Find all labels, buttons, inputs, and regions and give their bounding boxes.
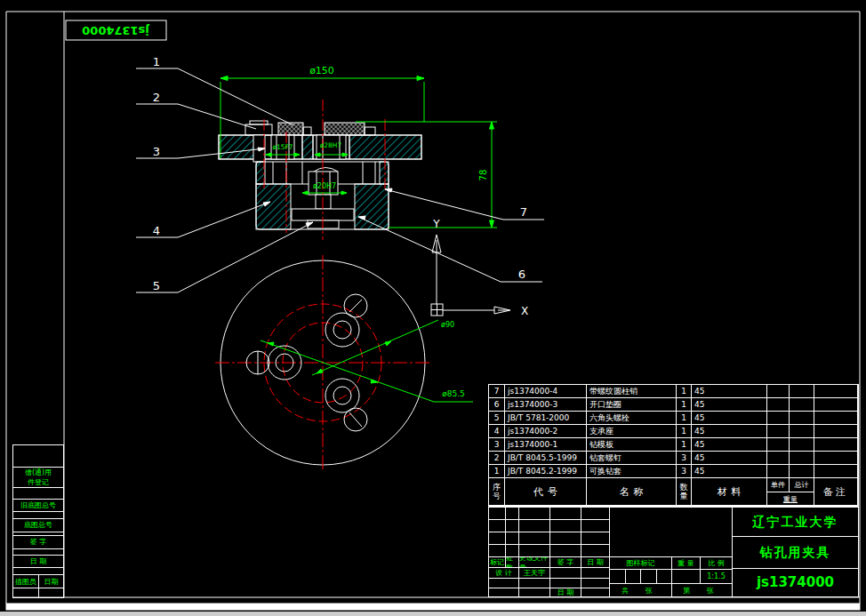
tb-university: 辽宁工业大学	[733, 508, 858, 537]
dim-bush-small: ø15F7	[272, 143, 293, 151]
title-block-left: 标记 处数 更改文件号 签 字 日 期 设 计 王天宇 日 期	[489, 508, 610, 596]
circular-view: ø85.5 ø90	[215, 255, 473, 469]
balloon-4: 4	[153, 224, 160, 237]
section-view	[219, 121, 421, 229]
left-margin-strip: 借(通)用 件登记 旧底图总号 底图总号 签 字 日 期 描图员 日期	[12, 444, 64, 598]
part-qty: 3	[677, 452, 692, 465]
parts-header-total: 总计	[790, 478, 814, 492]
tb-cell-empty	[581, 588, 610, 596]
part-seq: 2	[489, 452, 505, 465]
tb-cell-empty	[581, 579, 610, 588]
strip-sign: 签 字	[13, 536, 63, 549]
tb-cell-empty	[550, 520, 581, 532]
part-code: js1374000-1	[505, 438, 587, 452]
part-cell-empty	[767, 425, 790, 438]
strip-base-no: 底图总号	[13, 519, 63, 532]
tb-count: 处数	[506, 557, 519, 568]
tb-design: 设 计	[489, 568, 519, 579]
tb-date: 日 期	[581, 557, 610, 568]
part-cell-empty	[814, 452, 858, 465]
tb-cell-empty	[550, 545, 581, 557]
part-name: 六角头螺栓	[587, 412, 677, 425]
tb-cell-empty	[489, 520, 506, 532]
title-block-middle: 图样标记 重 量 比 例 1:1.5 共 张 第 张	[610, 508, 733, 596]
tb-cell-empty	[519, 520, 550, 532]
tb-cell-empty	[506, 532, 519, 545]
part-qty: 3	[677, 465, 692, 478]
parts-table: 7 js1374000-4 带螺纹圆柱销 1 45 6 js1374000-3 …	[488, 384, 859, 507]
parts-header-unit: 单件	[767, 478, 790, 492]
part-seq: 3	[489, 438, 505, 452]
tb-cell-empty	[581, 568, 610, 579]
strip-cell-empty	[13, 512, 63, 519]
tb-cell-empty	[641, 570, 657, 584]
tb-cell-empty	[489, 588, 519, 596]
strip-cell-empty	[13, 445, 63, 468]
part-seq: 6	[489, 398, 505, 412]
part-material: 45	[692, 465, 767, 478]
tb-cell-empty	[550, 508, 581, 520]
corner-number-label: js1374000	[82, 24, 150, 37]
part-cell-empty	[790, 398, 814, 412]
part-code: js1374000-2	[505, 425, 587, 438]
strip-date: 日 期	[13, 556, 63, 569]
part-cell-empty	[814, 398, 858, 412]
tb-mark: 标记	[489, 557, 506, 568]
tb-cell-empty	[489, 508, 506, 520]
tb-stage-mark: 图样标记	[610, 557, 672, 570]
parts-header-material: 材料	[692, 478, 767, 506]
part-cell-empty	[814, 385, 858, 398]
tb-cell-empty	[519, 588, 550, 596]
part-cell-empty	[790, 425, 814, 438]
tb-cell-empty	[581, 520, 610, 532]
part-cell-empty	[767, 412, 790, 425]
strip-tracer-date: 日期	[39, 575, 63, 588]
tb-cell-empty	[581, 532, 610, 545]
strip-borrow-label: 借(通)用 件登记	[13, 468, 63, 489]
part-material: 45	[692, 412, 767, 425]
part-code: JB/T 5781-2000	[505, 412, 587, 425]
tb-cell-empty	[550, 532, 581, 545]
dim-circle-a: ø85.5	[442, 389, 465, 398]
strip-borrow-line1: 借(通)用	[25, 468, 52, 477]
parts-header-code: 代号	[505, 478, 587, 506]
tb-cell-empty	[519, 532, 550, 545]
part-cell-empty	[767, 438, 790, 452]
tb-date2: 日 期	[550, 588, 581, 596]
part-material: 45	[692, 438, 767, 452]
part-seq: 5	[489, 412, 505, 425]
balloon-7: 7	[520, 205, 527, 219]
part-cell-empty	[767, 452, 790, 465]
tb-cell-empty	[581, 545, 610, 557]
part-code: js1374000-3	[505, 398, 587, 412]
tb-cell-empty	[506, 520, 519, 532]
part-material: 45	[692, 398, 767, 412]
part-cell-empty	[767, 465, 790, 478]
parts-header-notes: 备注	[814, 478, 858, 506]
tb-drawing-title: 钻孔用夹具	[733, 537, 858, 569]
strip-cell-empty	[13, 568, 63, 575]
tb-cell-empty	[519, 508, 550, 520]
part-cell-empty	[767, 385, 790, 398]
part-cell-empty	[767, 398, 790, 412]
tb-sheets: 共 张	[610, 584, 672, 596]
part-cell-empty	[790, 452, 814, 465]
part-cell-empty	[814, 425, 858, 438]
part-name: 支承座	[587, 425, 677, 438]
tb-cell-empty	[581, 508, 610, 520]
part-code: JB/T 8045.2-1999	[505, 465, 587, 478]
title-block-right: 辽宁工业大学 钻孔用夹具 js1374000	[733, 508, 858, 596]
axis-y-label: Y	[432, 218, 440, 230]
dim-center-hole: ø20H7	[313, 182, 336, 190]
tb-cell-empty	[550, 568, 581, 579]
part-code: JB/T 8045.5-1999	[505, 452, 587, 465]
part-name: 钻模板	[587, 438, 677, 452]
strip-cell-empty	[13, 549, 63, 556]
part-seq: 4	[489, 425, 505, 438]
part-qty: 1	[677, 412, 692, 425]
tb-cell-empty	[506, 545, 519, 557]
part-material: 45	[692, 385, 767, 398]
ucs-icon: Y X	[431, 218, 528, 317]
tb-cell-empty	[519, 579, 550, 588]
part-material: 45	[692, 452, 767, 465]
